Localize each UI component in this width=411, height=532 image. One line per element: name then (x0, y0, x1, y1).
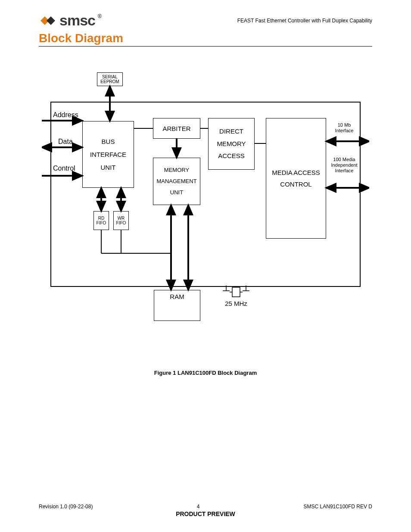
arbiter-block: ARBITER (153, 118, 200, 139)
serial-eeprom-block: SERIAL EEPROM (97, 72, 123, 86)
brand-logo: smsc ® (39, 12, 102, 29)
control-label: Control (53, 165, 75, 172)
section-divider (39, 46, 372, 47)
footer-right: SMSC LAN91C100FD REV D (304, 504, 372, 510)
bus-interface-unit-block: BUS INTERFACE UNIT (82, 121, 134, 188)
footer-preview: PRODUCT PREVIEW (39, 510, 372, 517)
figure-caption: Figure 1 LAN91C100FD Block Diagram (39, 370, 372, 376)
doc-subtitle: FEAST Fast Ethernet Controller with Full… (237, 18, 372, 24)
ram-block: RAM (154, 290, 200, 321)
svg-rect-4 (232, 287, 240, 297)
wr-fifo-block: WR FIFO (113, 211, 129, 230)
direct-memory-access-block: DIRECT MEMORY ACCESS (208, 118, 255, 170)
brand-text: smsc (59, 12, 95, 29)
page-footer: Revision 1.0 (09-22-08) 4 SMSC LAN91C100… (39, 504, 372, 517)
crystal-label: 25 MHz (221, 300, 251, 307)
hundred-label: 100 Media Independent Interface (329, 157, 360, 174)
section-title: Block Diagram (39, 31, 372, 45)
address-label: Address (53, 111, 78, 119)
media-access-control-block: MEDIA ACCESS CONTROL (266, 118, 326, 239)
data-label: Data (58, 138, 73, 146)
footer-revision: Revision 1.0 (09-22-08) (39, 504, 93, 510)
block-diagram: SERIAL EEPROM BUS INTERFACE UNIT ARBITER… (42, 72, 369, 352)
footer-page: 4 (197, 504, 200, 510)
memory-management-unit-block: MEMORY MANAGEMENT UNIT (153, 158, 200, 205)
ten-mb-label: 10 Mb Interface (329, 122, 360, 134)
rd-fifo-block: RD FIFO (93, 211, 109, 230)
registered-mark: ® (98, 13, 102, 19)
crystal-block: 25 MHz (221, 286, 251, 307)
logo-icon (39, 13, 57, 28)
